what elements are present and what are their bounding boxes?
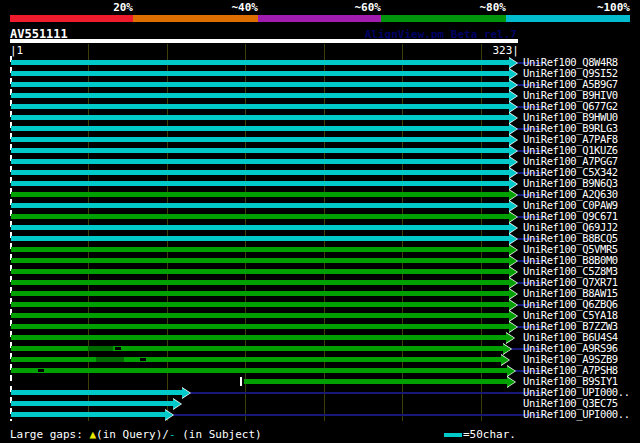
hit-bar[interactable] xyxy=(11,357,503,362)
hit-arrowhead-icon xyxy=(509,91,517,101)
gap-legend-text: (in Query)/ xyxy=(96,428,169,441)
hit-bar[interactable] xyxy=(11,313,511,318)
scale-segment xyxy=(133,15,258,22)
hit-arrowhead-icon xyxy=(182,388,190,398)
hit-bar[interactable] xyxy=(11,401,175,406)
hit-bar[interactable] xyxy=(11,368,509,373)
hit-arrowhead-icon xyxy=(509,58,517,68)
hit-bar[interactable] xyxy=(11,324,511,329)
subject-gap-mark xyxy=(38,369,44,372)
hit-bar[interactable] xyxy=(11,181,511,186)
scale-segment-label: ~40% xyxy=(133,2,258,13)
low-identity-segment xyxy=(96,357,124,362)
hit-bar[interactable] xyxy=(11,170,511,175)
hit-arrowhead-icon xyxy=(509,234,517,244)
hit-bar[interactable] xyxy=(11,159,511,164)
hit-arrowhead-icon xyxy=(501,355,509,365)
scale-segment-label: ~60% xyxy=(258,2,381,13)
hit-bar[interactable] xyxy=(11,126,511,131)
hit-bar[interactable] xyxy=(11,82,511,87)
alignment-viewer: 20%~40%~60%~80%~100% AV551111 AlignView.… xyxy=(0,0,640,443)
hit-bar[interactable] xyxy=(11,269,511,274)
hit-arrowhead-icon xyxy=(509,80,517,90)
hit-bar[interactable] xyxy=(11,93,511,98)
hit-arrowhead-icon xyxy=(509,311,517,321)
scale-segment xyxy=(381,15,506,22)
hit-link-line xyxy=(173,414,546,416)
ruler-tick-gridline xyxy=(402,44,403,421)
hit-arrowhead-icon xyxy=(509,146,517,156)
scale-segment-label: ~100% xyxy=(506,2,630,13)
gap-legend: Large gaps: ▲(in Query)/- (in Subject) xyxy=(10,428,262,441)
hit-bar[interactable] xyxy=(11,225,511,230)
ruler-tick-gridline xyxy=(324,44,325,421)
hit-bar[interactable] xyxy=(11,280,511,285)
hit-arrowhead-icon xyxy=(509,322,517,332)
ruler-end-label: 323| xyxy=(419,44,519,57)
hit-bar[interactable] xyxy=(11,148,511,153)
scale-legend: =50char. xyxy=(444,428,516,441)
hit-arrowhead-icon xyxy=(509,124,517,134)
hit-arrowhead-icon xyxy=(507,377,515,387)
ruler-tick-gridline xyxy=(245,44,246,421)
gap-subject-dash-icon: - xyxy=(169,428,176,441)
hit-arrowhead-icon xyxy=(509,300,517,310)
hit-bar[interactable] xyxy=(11,291,511,296)
hit-bar[interactable] xyxy=(11,115,511,120)
hit-bar[interactable] xyxy=(11,60,511,65)
hit-arrowhead-icon xyxy=(509,278,517,288)
hit-link-line xyxy=(190,392,546,394)
hit-arrowhead-icon xyxy=(173,399,181,409)
hit-arrowhead-icon xyxy=(509,168,517,178)
scale-segment-label: 20% xyxy=(10,2,133,13)
hit-arrowhead-icon xyxy=(509,102,517,112)
hit-arrowhead-icon xyxy=(503,344,511,354)
scale-segment xyxy=(10,15,133,22)
alignment-start-tick xyxy=(240,377,242,386)
fifty-char-swatch-icon xyxy=(444,433,462,437)
hit-arrowhead-icon xyxy=(509,113,517,123)
hit-arrowhead-icon xyxy=(509,157,517,167)
hit-arrowhead-icon xyxy=(507,366,515,376)
gap-legend-text: (in Subject) xyxy=(176,428,262,441)
hit-bar[interactable] xyxy=(11,302,511,307)
hit-bar[interactable] xyxy=(11,258,511,263)
hit-arrowhead-icon xyxy=(509,212,517,222)
hit-bar[interactable] xyxy=(11,335,508,340)
hit-bar[interactable] xyxy=(11,214,511,219)
subject-gap-mark xyxy=(140,358,146,361)
hit-arrowhead-icon xyxy=(509,69,517,79)
hit-bar[interactable] xyxy=(11,203,511,208)
hit-arrowhead-icon xyxy=(509,289,517,299)
hit-arrowhead-icon xyxy=(509,135,517,145)
hit-bar[interactable] xyxy=(11,412,167,417)
hit-bar[interactable] xyxy=(11,346,505,351)
hit-bar[interactable] xyxy=(11,236,511,241)
hit-arrowhead-icon xyxy=(509,201,517,211)
hit-bar[interactable] xyxy=(11,137,511,142)
scale-segment xyxy=(258,15,381,22)
hit-bar[interactable] xyxy=(11,247,511,252)
hit-bar[interactable] xyxy=(11,192,511,197)
ruler-tick-gridline xyxy=(481,44,482,421)
hit-arrowhead-icon xyxy=(509,256,517,266)
hit-arrowhead-icon xyxy=(509,179,517,189)
gap-legend-text: Large gaps: xyxy=(10,428,89,441)
hit-bar[interactable] xyxy=(11,390,184,395)
ruler-tick-gridline xyxy=(88,44,89,421)
ruler-tick-gridline xyxy=(167,44,168,421)
hit-bar[interactable] xyxy=(11,71,511,76)
hit-arrowhead-icon xyxy=(509,223,517,233)
hit-arrowhead-icon xyxy=(165,410,173,420)
hit-arrowhead-icon xyxy=(509,245,517,255)
hit-bar[interactable] xyxy=(11,104,511,109)
low-identity-segment xyxy=(88,346,113,351)
scale-segment-label: ~80% xyxy=(381,2,506,13)
subject-gap-mark xyxy=(115,347,121,350)
hit-arrowhead-icon xyxy=(506,333,514,343)
hit-arrowhead-icon xyxy=(509,190,517,200)
query-ruler-bar xyxy=(10,39,518,43)
hit-bar[interactable] xyxy=(244,379,509,384)
hit-label[interactable]: UniRef100_UPI000.. xyxy=(523,409,638,420)
hit-arrowhead-icon xyxy=(509,267,517,277)
